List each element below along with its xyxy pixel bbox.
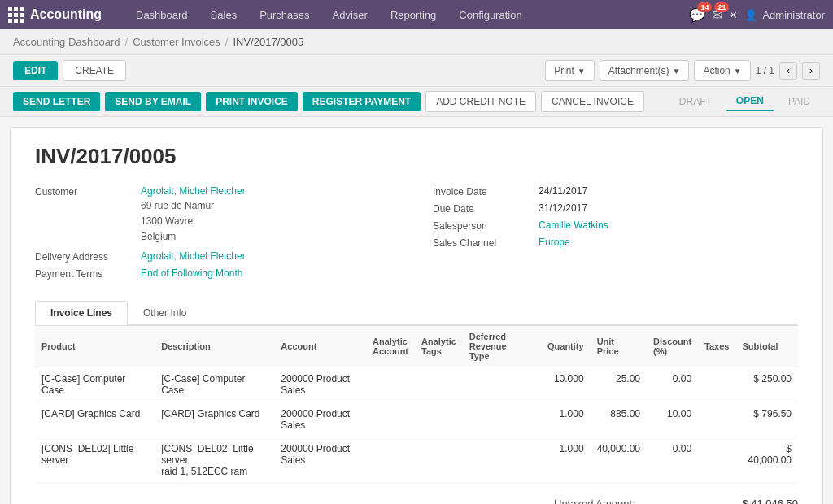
nav-configuration[interactable]: Configuration bbox=[449, 4, 531, 26]
attachments-caret-icon: ▼ bbox=[672, 67, 680, 76]
page-info: 1 / 1 bbox=[756, 65, 774, 76]
col-deferred-revenue: Deferred RevenueType bbox=[463, 325, 541, 367]
app-brand: Accounting bbox=[30, 7, 102, 22]
stage-draft[interactable]: DRAFT bbox=[669, 93, 722, 111]
top-nav: Accounting Dashboard Sales Purchases Adv… bbox=[0, 0, 833, 29]
customer-field: Customer Agrolait, Michel Fletcher 69 ru… bbox=[35, 185, 400, 245]
customer-name[interactable]: Agrolait, Michel Fletcher bbox=[141, 185, 246, 197]
main-content: INV/2017/0005 Customer Agrolait, Michel … bbox=[10, 127, 823, 504]
messages-icon[interactable]: ✉ 21 bbox=[712, 7, 722, 23]
cell-unit-price: 25.00 bbox=[591, 367, 647, 402]
tab-other-info[interactable]: Other Info bbox=[128, 301, 202, 325]
left-fields: Customer Agrolait, Michel Fletcher 69 ru… bbox=[35, 185, 400, 285]
admin-icon: 👤 bbox=[744, 9, 757, 21]
next-page-button[interactable]: › bbox=[802, 62, 820, 80]
salesperson-label: Salesperson bbox=[433, 219, 539, 232]
totals-section: Untaxed Amount: $ 41,046.50 Tax: $ 0.00 … bbox=[35, 495, 798, 504]
tabs: Invoice Lines Other Info bbox=[35, 301, 798, 325]
breadcrumb-item1[interactable]: Accounting Dashboard bbox=[13, 36, 120, 48]
action-bar: EDIT CREATE Print ▼ Attachment(s) ▼ Acti… bbox=[0, 55, 833, 87]
pagination: 1 / 1 ‹ › bbox=[756, 62, 820, 80]
attachments-button[interactable]: Attachment(s) ▼ bbox=[600, 60, 690, 81]
untaxed-row: Untaxed Amount: $ 41,046.50 bbox=[554, 495, 798, 504]
status-bar: SEND LETTER SEND BY EMAIL PRINT INVOICE … bbox=[0, 87, 833, 117]
action-button[interactable]: Action ▼ bbox=[694, 60, 750, 81]
cell-discount: 0.00 bbox=[647, 437, 698, 483]
tab-invoice-lines[interactable]: Invoice Lines bbox=[35, 301, 128, 325]
table-row[interactable]: [CONS_DEL02] Little server [CONS_DEL02] … bbox=[35, 437, 798, 483]
action-label: Action bbox=[703, 65, 730, 76]
print-invoice-button[interactable]: PRINT INVOICE bbox=[206, 92, 298, 111]
close-icon[interactable]: ✕ bbox=[729, 9, 738, 21]
nav-sales[interactable]: Sales bbox=[201, 4, 247, 26]
payment-terms-label: Payment Terms bbox=[35, 267, 141, 280]
salesperson-value[interactable]: Camille Watkins bbox=[539, 219, 608, 231]
cell-discount: 10.00 bbox=[647, 402, 698, 437]
cancel-invoice-button[interactable]: CANCEL INVOICE bbox=[541, 91, 644, 112]
nav-adviser[interactable]: Adviser bbox=[323, 4, 377, 26]
admin-menu[interactable]: 👤 Administrator bbox=[744, 9, 825, 21]
col-unit-price: UnitPrice bbox=[591, 325, 647, 367]
cell-subtotal: $ 796.50 bbox=[735, 402, 798, 437]
col-description: Description bbox=[155, 325, 274, 367]
notifications-icon[interactable]: 💬 14 bbox=[689, 7, 705, 23]
breadcrumb-item2[interactable]: Customer Invoices bbox=[133, 36, 220, 48]
breadcrumb: Accounting Dashboard / Customer Invoices… bbox=[0, 29, 833, 55]
nav-purchases[interactable]: Purchases bbox=[250, 4, 319, 26]
breadcrumb-current: INV/2017/0005 bbox=[233, 36, 303, 48]
cell-analytic-account bbox=[366, 367, 415, 402]
cell-analytic-account bbox=[366, 402, 415, 437]
create-button[interactable]: CREATE bbox=[63, 60, 126, 81]
col-account: Account bbox=[274, 325, 366, 367]
cell-quantity: 1.000 bbox=[541, 437, 591, 483]
edit-button[interactable]: EDIT bbox=[13, 61, 58, 80]
col-analytic-tags: AnalyticTags bbox=[415, 325, 463, 367]
cell-product: [C-Case] Computer Case bbox=[35, 367, 155, 402]
cell-analytic-tags bbox=[415, 402, 463, 437]
sales-channel-value[interactable]: Europe bbox=[539, 237, 570, 248]
delivery-address-value[interactable]: Agrolait, Michel Fletcher bbox=[141, 250, 246, 262]
cell-unit-price: 40,000.00 bbox=[591, 437, 647, 483]
nav-reporting[interactable]: Reporting bbox=[381, 4, 446, 26]
table-row[interactable]: [C-Case] Computer Case [C-Case] Computer… bbox=[35, 367, 798, 402]
col-product: Product bbox=[35, 325, 155, 367]
delivery-address-label: Delivery Address bbox=[35, 250, 141, 263]
due-date-label: Due Date bbox=[433, 202, 539, 215]
payment-terms-value[interactable]: End of Following Month bbox=[141, 267, 242, 279]
stage-open[interactable]: OPEN bbox=[726, 92, 774, 111]
cell-quantity: 1.000 bbox=[541, 402, 591, 437]
cell-analytic-tags bbox=[415, 437, 463, 483]
app-icon: Accounting bbox=[8, 7, 118, 23]
table-row[interactable]: [CARD] Graphics Card [CARD] Graphics Car… bbox=[35, 402, 798, 437]
delivery-address-field: Delivery Address Agrolait, Michel Fletch… bbox=[35, 250, 400, 263]
cell-subtotal: $ 250.00 bbox=[735, 367, 798, 402]
cell-taxes bbox=[698, 367, 735, 402]
breadcrumb-sep2: / bbox=[225, 36, 229, 48]
col-taxes: Taxes bbox=[698, 325, 735, 367]
status-stages: DRAFT OPEN PAID bbox=[669, 92, 820, 111]
sales-channel-label: Sales Channel bbox=[433, 237, 539, 249]
right-fields: Invoice Date 24/11/2017 Due Date 31/12/2… bbox=[433, 185, 798, 285]
payment-terms-field: Payment Terms End of Following Month bbox=[35, 267, 400, 280]
nav-items: Dashboard Sales Purchases Adviser Report… bbox=[126, 4, 689, 26]
nav-right: 💬 14 ✉ 21 ✕ 👤 Administrator bbox=[689, 7, 825, 23]
print-caret-icon: ▼ bbox=[578, 67, 586, 76]
cell-analytic-tags bbox=[415, 367, 463, 402]
send-email-button[interactable]: SEND BY EMAIL bbox=[105, 92, 201, 111]
print-label: Print bbox=[554, 65, 574, 76]
admin-label: Administrator bbox=[762, 9, 825, 21]
invoice-number: INV/2017/0005 bbox=[35, 144, 798, 169]
stage-paid[interactable]: PAID bbox=[778, 93, 820, 111]
register-payment-button[interactable]: REGISTER PAYMENT bbox=[303, 92, 421, 111]
cell-account: 200000 Product Sales bbox=[274, 437, 366, 483]
nav-dashboard[interactable]: Dashboard bbox=[126, 4, 198, 26]
prev-page-button[interactable]: ‹ bbox=[779, 62, 797, 80]
col-quantity: Quantity bbox=[541, 325, 591, 367]
send-letter-button[interactable]: SEND LETTER bbox=[13, 92, 100, 111]
print-button[interactable]: Print ▼ bbox=[545, 60, 595, 81]
cell-account: 200000 Product Sales bbox=[274, 367, 366, 402]
cell-unit-price: 885.00 bbox=[591, 402, 647, 437]
add-credit-note-button[interactable]: ADD CREDIT NOTE bbox=[425, 91, 536, 112]
messages-badge: 21 bbox=[714, 2, 729, 12]
cell-product: [CARD] Graphics Card bbox=[35, 402, 155, 437]
